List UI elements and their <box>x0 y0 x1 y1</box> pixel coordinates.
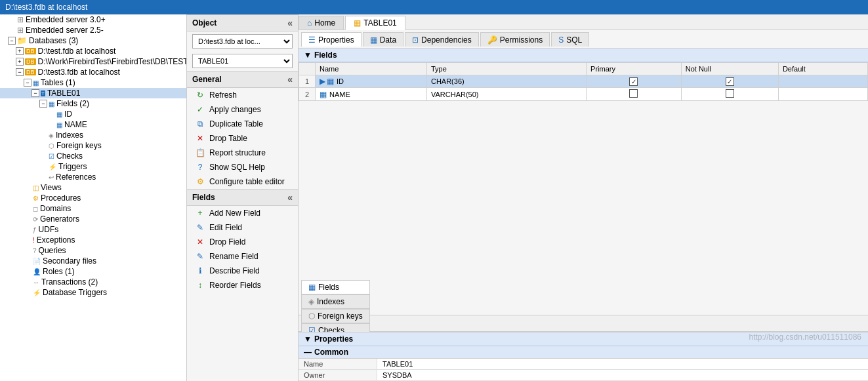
middle-panel: Object « D:\test3.fdb at loc... TABLE01 … <box>187 14 299 381</box>
field-primary[interactable] <box>587 75 682 88</box>
field-action-reorder[interactable]: ↕ Reorder Fields <box>187 278 298 292</box>
tree-item-fields[interactable]: −▦Fields (2) <box>0 98 186 109</box>
props-tab-data[interactable]: ▦ Data <box>363 32 403 47</box>
fields-section-header-mid: Fields « <box>187 189 298 206</box>
tree-item-roles[interactable]: 👤Roles (1) <box>0 266 186 277</box>
tree-label: Foreign keys <box>56 141 102 150</box>
tree-item-tables[interactable]: −▦Tables (1) <box>0 77 186 88</box>
action-config[interactable]: ⚙ Configure table editor <box>187 174 298 189</box>
col-header-2: Type <box>426 63 586 75</box>
props-tab-properties[interactable]: ☰ Properties <box>301 32 362 47</box>
tree-item-indexes[interactable]: ◈Indexes <box>0 130 186 140</box>
field-action-drop-field[interactable]: ✕ Drop Field <box>187 235 298 249</box>
field-not-null[interactable] <box>681 88 778 101</box>
row-num: 2 <box>299 88 316 101</box>
tree-item-foreign_keys[interactable]: ⬡Foreign keys <box>0 140 186 151</box>
apply-icon: ✓ <box>195 104 205 115</box>
tree-item-db_triggers[interactable]: ⚡Database Triggers <box>0 287 186 298</box>
action-label: Configure table editor <box>209 177 285 186</box>
tree-label: Generators <box>40 214 79 224</box>
tree-item-db3[interactable]: −DBD:\test3.fdb at localhost <box>0 67 186 77</box>
field-action-describe[interactable]: ℹ Describe Field <box>187 264 298 278</box>
field-action-label: Rename Field <box>209 252 258 261</box>
tree-label: Fields (2) <box>56 99 89 108</box>
bottom-tab-indexes[interactable]: ◈ Indexes <box>301 294 370 309</box>
action-label: Drop Table <box>209 134 247 143</box>
tree-item-id_field[interactable]: ▦ID <box>0 109 186 119</box>
tree-label: ID <box>64 110 72 119</box>
tree-item-checks[interactable]: ☑Checks <box>0 151 186 161</box>
table-row[interactable]: 1▶▦IDCHAR(36) <box>299 75 868 88</box>
action-help[interactable]: ? Show SQL Help <box>187 160 298 174</box>
field-action-edit[interactable]: ✎ Edit Field <box>187 220 298 235</box>
tree-item-triggers[interactable]: ⚡Triggers <box>0 161 186 172</box>
action-refresh[interactable]: ↻ Refresh <box>187 88 298 102</box>
tree-label: NAME <box>64 120 87 129</box>
bottom-tab-fields[interactable]: ▦ Fields <box>301 280 370 294</box>
col-header-5: Default <box>778 63 867 75</box>
edit-icon: ✎ <box>195 222 205 233</box>
action-report[interactable]: 📋 Report structure <box>187 146 298 160</box>
col-header-4: Not Null <box>681 63 778 75</box>
props-tab-label: Properties <box>318 35 354 45</box>
field-type: CHAR(36) <box>426 75 586 88</box>
tree-item-embedded30[interactable]: ⊞Embedded server 3.0+ <box>0 14 186 25</box>
action-drop[interactable]: ✕ Drop Table <box>187 131 298 146</box>
tree-item-databases[interactable]: −📁Databases (3) <box>0 35 186 46</box>
tree-item-db2[interactable]: +DBD:\Work\FirebirdTest\FirebirdTest\DB\… <box>0 56 186 67</box>
tree-item-embedded25[interactable]: ⊞Embedded server 2.5- <box>0 25 186 35</box>
col-header-1: Name <box>316 63 427 75</box>
tree-item-exceptions[interactable]: !Exceptions <box>0 235 186 245</box>
top-tab-bar: ⌂Home▦TABLE01 <box>299 14 868 30</box>
bottom-tab-bar: ▦ Fields◈ Indexes⬡ Foreign keys☑ Checks⚡… <box>299 315 868 332</box>
describe-icon: ℹ <box>195 266 205 276</box>
tree-item-udfs[interactable]: ƒUDFs <box>0 224 186 235</box>
action-label: Refresh <box>209 90 237 100</box>
tab-label: TABLE01 <box>363 18 396 28</box>
tree-label: UDFs <box>39 225 59 234</box>
tree-label: Roles (1) <box>43 267 75 276</box>
property-label: Name <box>299 359 377 369</box>
field-action-label: Add New Field <box>209 209 260 218</box>
watermark: http://blog.csdn.net/u011511086 <box>749 332 861 342</box>
object-section-header: Object « <box>187 14 298 31</box>
bottom-tab-label: Indexes <box>317 297 344 306</box>
action-apply[interactable]: ✓ Apply changes <box>187 102 298 117</box>
tree-label: Embedded server 2.5- <box>26 26 104 35</box>
table-dropdown[interactable]: TABLE01 <box>192 54 293 68</box>
props-tab-permissions[interactable]: 🔑 Permissions <box>480 32 550 47</box>
tree-label: D:\test.fdb at localhost <box>38 47 116 56</box>
tree-item-name_field[interactable]: ▦NAME <box>0 119 186 130</box>
field-name: ▶▦ID <box>316 75 427 88</box>
action-label: Duplicate Table <box>209 119 263 129</box>
tree-item-table01[interactable]: −TTABLE01 <box>0 88 186 98</box>
bottom-tab-foreign-keys[interactable]: ⬡ Foreign keys <box>301 309 370 323</box>
props-tab-sql[interactable]: S SQL <box>551 32 589 47</box>
table-row[interactable]: 2▦NAMEVARCHAR(50) <box>299 88 868 101</box>
field-action-add[interactable]: + Add New Field <box>187 206 298 220</box>
report-icon: 📋 <box>195 148 205 158</box>
field-primary[interactable] <box>587 88 682 101</box>
table-icon: ▦ <box>354 18 361 28</box>
tree-item-procedures[interactable]: ⚙Procedures <box>0 193 186 203</box>
tree-item-references[interactable]: ↩References <box>0 172 186 182</box>
tree-label: D:\test3.fdb at localhost <box>38 68 120 77</box>
tree-item-domains[interactable]: ◻Domains <box>0 203 186 214</box>
tree-item-secondary_files[interactable]: 📄Secondary files <box>0 256 186 266</box>
tab-home[interactable]: ⌂Home <box>299 16 344 30</box>
bottom-tab-label: Foreign keys <box>318 311 363 321</box>
field-not-null[interactable] <box>681 75 778 88</box>
field-action-rename[interactable]: ✎ Rename Field <box>187 249 298 264</box>
db-dropdown[interactable]: D:\test3.fdb at loc... <box>192 34 293 49</box>
tree-item-transactions[interactable]: ↔Transactions (2) <box>0 277 186 287</box>
tab-label: Home <box>314 18 335 28</box>
action-duplicate[interactable]: ⧉ Duplicate Table <box>187 117 298 131</box>
help-icon: ? <box>195 162 205 172</box>
tree-item-generators[interactable]: ⟳Generators <box>0 214 186 224</box>
tree-label: Transactions (2) <box>41 277 98 287</box>
tab-table01[interactable]: ▦TABLE01 <box>345 16 405 30</box>
tree-item-db1[interactable]: +DBD:\test.fdb at localhost <box>0 46 186 56</box>
props-tab-dependencies[interactable]: ⊡ Dependencies <box>405 32 479 47</box>
tree-item-views[interactable]: ◫Views <box>0 182 186 193</box>
tree-item-queries[interactable]: ?Queries <box>0 245 186 256</box>
